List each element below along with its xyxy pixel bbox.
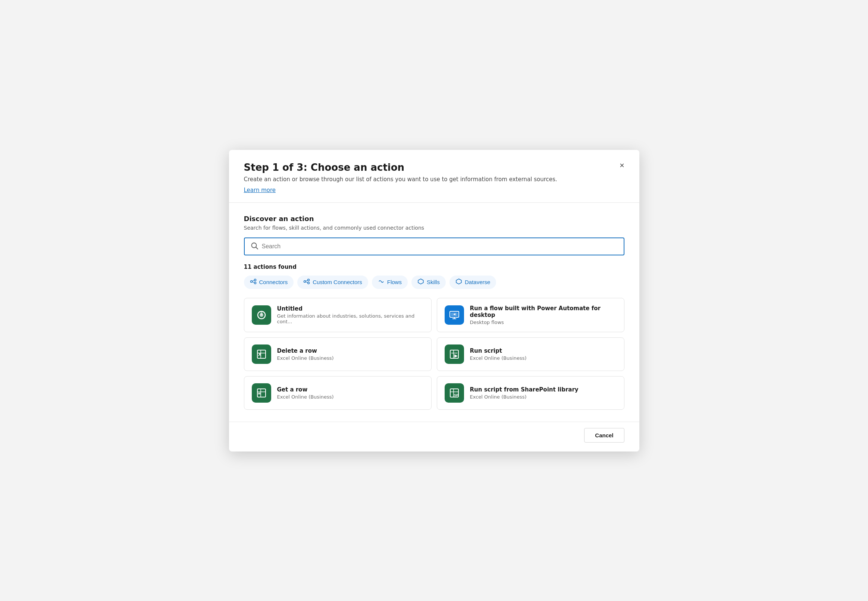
desktop-flow-source: Desktop flows xyxy=(470,319,617,325)
untitled-icon xyxy=(252,305,271,325)
svg-point-9 xyxy=(308,282,310,284)
svg-text:SP: SP xyxy=(454,394,458,397)
svg-line-11 xyxy=(306,282,308,282)
dialog-footer: Cancel xyxy=(229,422,639,452)
untitled-info: Untitled Get information about industrie… xyxy=(277,305,424,324)
svg-point-4 xyxy=(254,282,256,284)
svg-text:▶: ▶ xyxy=(454,354,458,358)
search-icon xyxy=(251,242,258,251)
svg-line-10 xyxy=(306,281,308,281)
svg-point-2 xyxy=(250,281,252,282)
svg-point-8 xyxy=(308,279,310,281)
dialog-title: Step 1 of 3: Choose an action xyxy=(244,162,624,173)
search-input[interactable] xyxy=(262,243,618,250)
choose-action-dialog: Step 1 of 3: Choose an action Create an … xyxy=(229,150,639,452)
run-script-sharepoint-icon: SP xyxy=(445,383,464,403)
get-row-source: Excel Online (Business) xyxy=(277,394,424,400)
connectors-label: Connectors xyxy=(259,279,288,285)
get-row-name: Get a row xyxy=(277,386,424,393)
delete-row-icon: X xyxy=(252,345,271,364)
run-script-sharepoint-name: Run script from SharePoint library xyxy=(470,386,617,393)
custom-connectors-icon xyxy=(303,278,310,286)
cancel-button[interactable]: Cancel xyxy=(584,428,624,442)
action-card-desktop-flow[interactable]: Run a flow built with Power Automate for… xyxy=(437,298,624,332)
dataverse-label: Dataverse xyxy=(465,279,490,285)
delete-row-name: Delete a row xyxy=(277,348,424,354)
search-box xyxy=(244,238,624,255)
action-card-delete-row[interactable]: X Delete a row Excel Online (Business) xyxy=(244,337,432,371)
run-script-icon: ▶ xyxy=(445,345,464,364)
svg-point-3 xyxy=(254,279,256,281)
svg-line-5 xyxy=(252,281,254,281)
actions-grid: Untitled Get information about industrie… xyxy=(244,298,624,410)
dataverse-icon xyxy=(455,278,462,286)
filter-tab-flows[interactable]: Flows xyxy=(372,276,408,289)
actions-found-label: 11 actions found xyxy=(244,264,624,270)
discover-subtitle: Search for flows, skill actions, and com… xyxy=(244,225,624,231)
run-script-info: Run script Excel Online (Business) xyxy=(470,348,617,361)
svg-line-1 xyxy=(256,247,258,249)
filter-tab-dataverse[interactable]: Dataverse xyxy=(449,276,496,289)
connectors-icon xyxy=(250,278,257,286)
dialog-header: Step 1 of 3: Choose an action Create an … xyxy=(229,150,639,203)
desktop-flow-icon xyxy=(445,305,464,325)
untitled-source: Get information about industries, soluti… xyxy=(277,313,424,324)
delete-row-source: Excel Online (Business) xyxy=(277,355,424,361)
desktop-flow-info: Run a flow built with Power Automate for… xyxy=(470,305,617,325)
custom-connectors-label: Custom Connectors xyxy=(313,279,362,285)
untitled-name: Untitled xyxy=(277,305,424,312)
svg-marker-12 xyxy=(418,279,423,284)
get-row-icon xyxy=(252,383,271,403)
dialog-body: Discover an action Search for flows, ski… xyxy=(229,203,639,419)
action-card-untitled[interactable]: Untitled Get information about industrie… xyxy=(244,298,432,332)
desktop-flow-name: Run a flow built with Power Automate for… xyxy=(470,305,617,319)
action-card-get-row[interactable]: Get a row Excel Online (Business) xyxy=(244,376,432,410)
skills-label: Skills xyxy=(427,279,440,285)
flows-label: Flows xyxy=(387,279,402,285)
flows-icon xyxy=(378,278,385,286)
filter-tab-custom-connectors[interactable]: Custom Connectors xyxy=(297,276,368,289)
action-card-run-script-sharepoint[interactable]: SP Run script from SharePoint library Ex… xyxy=(437,376,624,410)
action-card-run-script[interactable]: ▶ Run script Excel Online (Business) xyxy=(437,337,624,371)
filter-tab-connectors[interactable]: Connectors xyxy=(244,276,294,289)
svg-marker-13 xyxy=(456,279,462,284)
skills-icon xyxy=(417,278,424,286)
svg-line-6 xyxy=(252,282,254,282)
run-script-name: Run script xyxy=(470,348,617,354)
run-script-sharepoint-info: Run script from SharePoint library Excel… xyxy=(470,386,617,400)
filter-tab-skills[interactable]: Skills xyxy=(411,276,446,289)
dialog-subtitle: Create an action or browse through our l… xyxy=(244,176,624,183)
svg-point-7 xyxy=(304,281,306,282)
get-row-info: Get a row Excel Online (Business) xyxy=(277,386,424,400)
delete-row-info: Delete a row Excel Online (Business) xyxy=(277,348,424,361)
filter-tabs: Connectors Custom Connectors xyxy=(244,276,624,289)
run-script-source: Excel Online (Business) xyxy=(470,355,617,361)
discover-title: Discover an action xyxy=(244,215,624,223)
close-button[interactable]: × xyxy=(616,159,629,172)
svg-rect-32 xyxy=(258,393,260,394)
run-script-sharepoint-source: Excel Online (Business) xyxy=(470,394,617,400)
learn-more-link[interactable]: Learn more xyxy=(244,187,276,194)
